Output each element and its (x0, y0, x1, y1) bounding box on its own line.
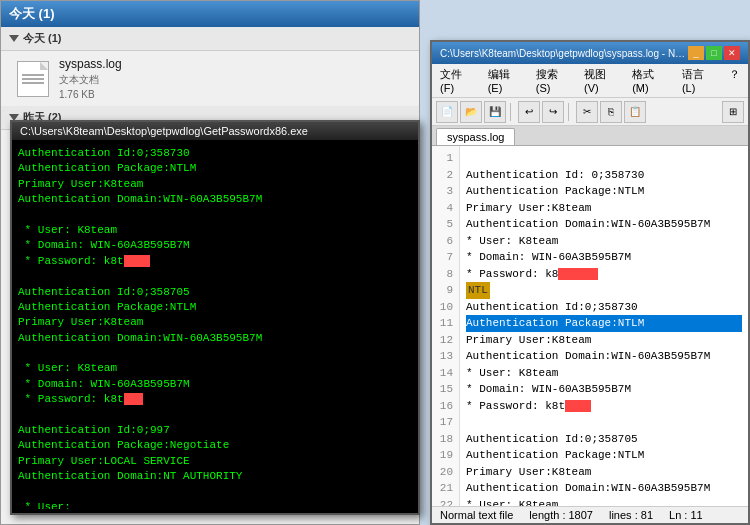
syspass-log-info: syspass.log 文本文档 1.76 KB (59, 57, 122, 100)
line-numbers: 12345 678910 1112131415 1617181920 2122 (432, 146, 460, 507)
text-line-10: Authentication Id:0;358730 (466, 299, 742, 316)
cmd-line-14 (18, 346, 412, 361)
notepad-window: C:\Users\K8team\Desktop\getpwdlog\syspas… (430, 40, 750, 525)
cmd-content: Authentication Id:0;358730 Authenticatio… (12, 140, 418, 509)
toolbar-grid[interactable]: ⊞ (722, 101, 744, 123)
toolbar-new[interactable]: 📄 (436, 101, 458, 123)
cmd-line-20: Authentication Package:Negotiate (18, 438, 412, 453)
text-line-12: Primary User:K8team (466, 332, 742, 349)
status-lines: lines : 81 (609, 509, 653, 521)
toolbar-save[interactable]: 💾 (484, 101, 506, 123)
text-line-13: Authentication Domain:WIN-60A3B595B7M (466, 348, 742, 365)
explorer-title: 今天 (1) (1, 1, 419, 27)
syspass-log-type: 文本文档 (59, 73, 122, 87)
cmd-line-3: Primary User:K8team (18, 177, 412, 192)
cmd-line-16: * Domain: WIN-60A3B595B7M (18, 377, 412, 392)
text-line-14: * User: K8team (466, 365, 742, 382)
window-controls: _ □ ✕ (688, 46, 740, 60)
toolbar-paste[interactable]: 📋 (624, 101, 646, 123)
cmd-line-18 (18, 408, 412, 423)
toolbar-undo[interactable]: ↩ (518, 101, 540, 123)
text-line-9: NTL (466, 282, 490, 299)
notepad-tabs: syspass.log (432, 126, 748, 146)
notepad-toolbar: 📄 📂 💾 ↩ ↪ ✂ ⎘ 📋 ⊞ (432, 98, 748, 126)
text-line-18: Authentication Id:0;358705 (466, 431, 742, 448)
notepad-tab-syspass[interactable]: syspass.log (436, 128, 515, 145)
notepad-title-bar: C:\Users\K8team\Desktop\getpwdlog\syspas… (432, 42, 748, 64)
cmd-line-13: Authentication Domain:WIN-60A3B595B7M (18, 331, 412, 346)
menu-edit[interactable]: 编辑(E) (484, 66, 524, 95)
collapse-triangle (9, 35, 19, 42)
notepad-text-area[interactable]: 12345 678910 1112131415 1617181920 2122 … (432, 146, 748, 507)
menu-format[interactable]: 格式(M) (628, 66, 670, 95)
text-line-16: * Password: k8t■■■■ (466, 398, 742, 415)
text-line-19: Authentication Package:NTLM (466, 447, 742, 464)
cmd-line-9 (18, 269, 412, 284)
status-length: length : 1807 (529, 509, 593, 521)
cmd-line-19: Authentication Id:0;997 (18, 423, 412, 438)
toolbar-copy[interactable]: ⎘ (600, 101, 622, 123)
menu-language[interactable]: 语言(L) (678, 66, 717, 95)
cmd-line-10: Authentication Id:0;358705 (18, 285, 412, 300)
minimize-button[interactable]: _ (688, 46, 704, 60)
log-file-icon (17, 61, 49, 97)
cmd-line-15: * User: K8team (18, 361, 412, 376)
notepad-text-content: Authentication Id: 0;358730 Authenticati… (460, 146, 748, 507)
menu-search[interactable]: 搜索(S) (532, 66, 572, 95)
toolbar-divider (510, 103, 514, 121)
cmd-line-17: * Password: k8t■■■ (18, 392, 412, 407)
cmd-window: C:\Users\K8team\Desktop\getpwdlog\GetPas… (10, 120, 420, 515)
notepad-menu-bar: 文件(F) 编辑(E) 搜索(S) 视图(V) 格式(M) 语言(L) ？ (432, 64, 748, 98)
menu-help[interactable]: ？ (725, 66, 744, 95)
cmd-line-2: Authentication Package:NTLM (18, 161, 412, 176)
explorer-title-text: 今天 (1) (9, 5, 55, 23)
text-line-20: Primary User:K8team (466, 464, 742, 481)
cmd-line-1: Authentication Id:0;358730 (18, 146, 412, 161)
syspass-log-name: syspass.log (59, 57, 122, 71)
syspass-log-item[interactable]: syspass.log 文本文档 1.76 KB (1, 51, 419, 106)
text-line-8: * Password: k8■■■■■■ (466, 266, 742, 283)
cmd-line-6: * User: K8team (18, 223, 412, 238)
text-line-3: Authentication Package:NTLM (466, 183, 742, 200)
status-mode: Normal text file (440, 509, 513, 521)
text-line-15: * Domain: WIN-60A3B595B7M (466, 381, 742, 398)
text-line-2: Authentication Id: 0;358730 (466, 167, 742, 184)
cmd-line-5 (18, 208, 412, 223)
cmd-line-7: * Domain: WIN-60A3B595B7M (18, 238, 412, 253)
toolbar-open[interactable]: 📂 (460, 101, 482, 123)
text-line-17 (466, 414, 742, 431)
today-section-header: 今天 (1) (1, 27, 419, 51)
notepad-statusbar: Normal text file length : 1807 lines : 8… (432, 506, 748, 523)
cmd-line-22: Authentication Domain:NT AUTHORITY (18, 469, 412, 484)
cmd-line-24: * User: (18, 500, 412, 509)
menu-file[interactable]: 文件(F) (436, 66, 476, 95)
toolbar-cut[interactable]: ✂ (576, 101, 598, 123)
text-line-1 (466, 150, 742, 167)
cmd-line-12: Primary User:K8team (18, 315, 412, 330)
cmd-line-8: * Password: k8t■■■■ (18, 254, 412, 269)
cmd-title-bar: C:\Users\K8team\Desktop\getpwdlog\GetPas… (12, 122, 418, 140)
syspass-log-size: 1.76 KB (59, 89, 122, 100)
today-label: 今天 (1) (23, 31, 62, 46)
text-line-21: Authentication Domain:WIN-60A3B595B7M (466, 480, 742, 497)
status-ln: Ln : 11 (669, 509, 703, 521)
close-button[interactable]: ✕ (724, 46, 740, 60)
cmd-line-21: Primary User:LOCAL SERVICE (18, 454, 412, 469)
cmd-line-11: Authentication Package:NTLM (18, 300, 412, 315)
text-line-6: * User: K8team (466, 233, 742, 250)
text-line-11: Authentication Package:NTLM (466, 315, 742, 332)
maximize-button[interactable]: □ (706, 46, 722, 60)
toolbar-divider2 (568, 103, 572, 121)
text-line-7: * Domain: WIN-60A3B595B7M (466, 249, 742, 266)
notepad-title-text: C:\Users\K8team\Desktop\getpwdlog\syspas… (440, 48, 688, 59)
cmd-title-text: C:\Users\K8team\Desktop\getpwdlog\GetPas… (20, 125, 308, 137)
text-line-5: Authentication Domain:WIN-60A3B595B7M (466, 216, 742, 233)
cmd-line-4: Authentication Domain:WIN-60A3B595B7M (18, 192, 412, 207)
cmd-line-23 (18, 485, 412, 500)
text-line-4: Primary User:K8team (466, 200, 742, 217)
toolbar-redo[interactable]: ↪ (542, 101, 564, 123)
menu-view[interactable]: 视图(V) (580, 66, 620, 95)
